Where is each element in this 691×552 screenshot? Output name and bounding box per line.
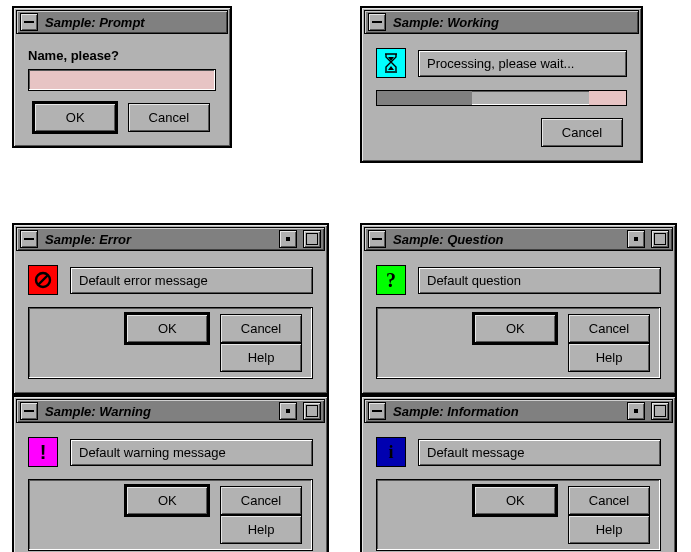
progress-tail xyxy=(589,91,626,105)
warning-icon: ! xyxy=(28,437,58,467)
ok-button[interactable]: OK xyxy=(34,103,116,132)
window-title: Sample: Warning xyxy=(45,404,151,419)
window-menu-button[interactable] xyxy=(20,13,38,31)
window-title: Sample: Question xyxy=(393,232,504,247)
warning-message: Default warning message xyxy=(70,439,313,466)
info-icon: i xyxy=(376,437,406,467)
ok-button[interactable]: OK xyxy=(126,486,208,515)
cancel-button[interactable]: Cancel xyxy=(220,314,302,343)
dialog-question: Sample: Question ? Default question OK C… xyxy=(360,223,677,395)
ok-button[interactable]: OK xyxy=(126,314,208,343)
dialog-working: Sample: Working Processing, please wait.… xyxy=(360,6,643,163)
window-menu-button[interactable] xyxy=(368,402,386,420)
hourglass-icon xyxy=(376,48,406,78)
help-button[interactable]: Help xyxy=(220,515,302,544)
dialog-warning: Sample: Warning ! Default warning messag… xyxy=(12,395,329,552)
titlebar[interactable]: Sample: Question xyxy=(364,227,673,251)
window-menu-button[interactable] xyxy=(368,230,386,248)
cancel-button[interactable]: Cancel xyxy=(541,118,623,147)
question-icon: ? xyxy=(376,265,406,295)
error-message: Default error message xyxy=(70,267,313,294)
cancel-button[interactable]: Cancel xyxy=(568,314,650,343)
titlebar[interactable]: Sample: Working xyxy=(364,10,639,34)
cancel-button[interactable]: Cancel xyxy=(568,486,650,515)
information-message: Default message xyxy=(418,439,661,466)
help-button[interactable]: Help xyxy=(568,343,650,372)
titlebar[interactable]: Sample: Information xyxy=(364,399,673,423)
ok-button[interactable]: OK xyxy=(474,486,556,515)
titlebar[interactable]: Sample: Warning xyxy=(16,399,325,423)
window-menu-button[interactable] xyxy=(20,402,38,420)
minimize-button[interactable] xyxy=(279,402,297,420)
error-icon xyxy=(28,265,58,295)
progress-bar xyxy=(376,90,627,106)
minimize-button[interactable] xyxy=(279,230,297,248)
window-title: Sample: Information xyxy=(393,404,519,419)
window-menu-button[interactable] xyxy=(20,230,38,248)
cancel-button[interactable]: Cancel xyxy=(128,103,210,132)
titlebar[interactable]: Sample: Error xyxy=(16,227,325,251)
dialog-error: Sample: Error Default error message OK C… xyxy=(12,223,329,395)
prompt-input[interactable] xyxy=(28,69,216,91)
svg-line-1 xyxy=(38,275,48,285)
help-button[interactable]: Help xyxy=(220,343,302,372)
minimize-button[interactable] xyxy=(627,230,645,248)
prompt-label: Name, please? xyxy=(28,48,216,63)
dialog-prompt: Sample: Prompt Name, please? OK Cancel xyxy=(12,6,232,148)
maximize-button[interactable] xyxy=(651,230,669,248)
maximize-button[interactable] xyxy=(651,402,669,420)
titlebar[interactable]: Sample: Prompt xyxy=(16,10,228,34)
help-button[interactable]: Help xyxy=(568,515,650,544)
maximize-button[interactable] xyxy=(303,230,321,248)
working-message: Processing, please wait... xyxy=(418,50,627,77)
ok-button[interactable]: OK xyxy=(474,314,556,343)
progress-fill xyxy=(377,91,472,105)
window-menu-button[interactable] xyxy=(368,13,386,31)
minimize-button[interactable] xyxy=(627,402,645,420)
cancel-button[interactable]: Cancel xyxy=(220,486,302,515)
maximize-button[interactable] xyxy=(303,402,321,420)
window-title: Sample: Prompt xyxy=(45,15,145,30)
dialog-information: Sample: Information i Default message OK… xyxy=(360,395,677,552)
window-title: Sample: Error xyxy=(45,232,131,247)
question-message: Default question xyxy=(418,267,661,294)
window-title: Sample: Working xyxy=(393,15,499,30)
